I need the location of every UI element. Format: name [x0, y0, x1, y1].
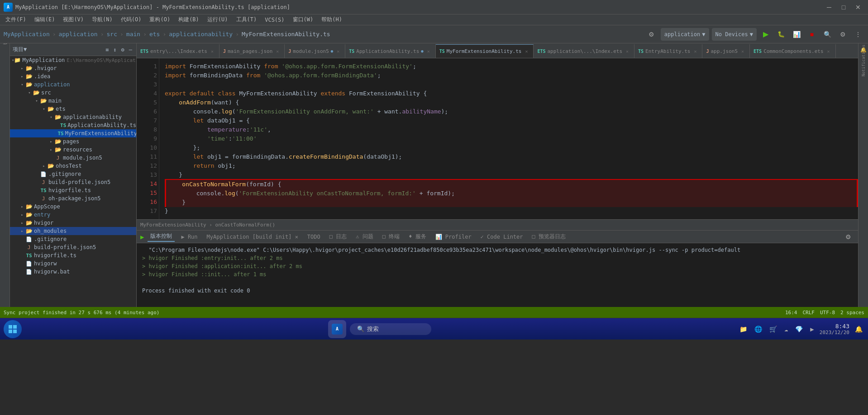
breadcrumb-myapp[interactable]: MyApplication: [4, 31, 50, 38]
run-button[interactable]: ▶: [759, 28, 772, 41]
tab-close-3[interactable]: ✕: [335, 48, 341, 54]
tree-item-gitignore[interactable]: ▸ 📄 .gitignore: [10, 170, 136, 178]
tree-item-application[interactable]: ▾ 📂 application: [10, 80, 136, 89]
editor-area[interactable]: 12345 678910 111213 14 15 16 17 import F…: [137, 58, 858, 219]
search-everywhere-button[interactable]: 🔍: [821, 28, 834, 41]
tab-close-8[interactable]: ✕: [739, 48, 746, 54]
tab-module-json5[interactable]: J module.json5 ● ✕: [285, 44, 345, 58]
menu-file[interactable]: 文件(F): [2, 15, 30, 24]
code-content[interactable]: import FormExtensionAbility from '@ohos.…: [159, 58, 858, 219]
tree-item-hvigor2[interactable]: ▸ 📂 hvigor: [10, 219, 136, 227]
devices-dropdown[interactable]: No Devices ▼: [712, 28, 757, 41]
settings-button[interactable]: ⚙: [645, 28, 658, 41]
run-config[interactable]: application ▼: [661, 28, 709, 41]
tree-item-ohostest[interactable]: ▸ 📂 ohosTest: [10, 162, 136, 170]
tree-item-src[interactable]: ▾ 📂 src: [10, 89, 136, 97]
tab-main-pages[interactable]: J main_pages.json ✕: [219, 44, 285, 58]
tab-close-5[interactable]: ✕: [523, 48, 529, 55]
tree-item-main[interactable]: ▾ 📂 main: [10, 97, 136, 105]
run-tab-service[interactable]: ♦ 服务: [406, 232, 429, 241]
left-sidebar-project[interactable]: 项目: [1, 45, 9, 51]
menu-refactor[interactable]: 重构(O): [146, 15, 174, 24]
tab-close-2[interactable]: ✕: [274, 48, 281, 54]
tree-item-hvigorfile2[interactable]: ▸ TS hvigorfile.ts: [10, 251, 136, 259]
menu-tools[interactable]: 工具(T): [233, 15, 261, 24]
status-encoding[interactable]: UTF-8: [820, 310, 835, 316]
taskbar-terminal-icon[interactable]: ▶: [808, 324, 816, 335]
profile-button[interactable]: 📊: [790, 28, 803, 41]
tree-item-modulejson[interactable]: ▸ J module.json5: [10, 154, 136, 162]
menu-view[interactable]: 视图(V): [59, 15, 87, 24]
tree-item-ohmodules[interactable]: ▸ 📂 oh_modules: [10, 227, 136, 235]
status-indent[interactable]: 2 spaces: [840, 310, 864, 316]
breadcrumb-app[interactable]: application: [59, 31, 98, 38]
minimize-button[interactable]: ─: [823, 3, 835, 12]
run-panel-play-icon[interactable]: ▶: [140, 233, 144, 241]
stop-button[interactable]: ■: [806, 28, 818, 41]
tab-entry-index[interactable]: ETS entry\...\Index.ets ✕: [137, 44, 219, 58]
status-position[interactable]: 16:4: [785, 310, 797, 316]
taskbar-edge-icon[interactable]: 🌐: [753, 324, 764, 335]
tree-item-ets[interactable]: ▾ 📂 ets: [10, 105, 136, 113]
run-panel-settings-btn[interactable]: ⚙: [842, 231, 854, 243]
tab-close-7[interactable]: ✕: [692, 48, 698, 54]
menu-edit[interactable]: 编辑(E): [31, 15, 59, 24]
tree-item-ohpackage[interactable]: ▸ J oh-package.json5: [10, 194, 136, 203]
breadcrumb-applicationability[interactable]: applicationability: [169, 31, 233, 38]
proj-header-icon4[interactable]: —: [128, 46, 134, 54]
tree-item-appability-ts[interactable]: ▸ TS ApplicationAbility.ts: [10, 121, 136, 129]
menu-run[interactable]: 运行(U): [204, 15, 232, 24]
run-tab-problem[interactable]: ⚠ 问题: [353, 232, 376, 241]
tree-item-applicationability[interactable]: ▾ 📂 applicationability: [10, 113, 136, 121]
tree-item-hvigorw[interactable]: ▸ 📄 hvigorw: [10, 259, 136, 268]
breadcrumb-src[interactable]: src: [107, 31, 117, 38]
tab-close-1[interactable]: ✕: [209, 48, 215, 54]
taskbar-store-icon[interactable]: 🛒: [768, 324, 779, 335]
status-crlf[interactable]: CRLF: [802, 310, 815, 316]
settings2-button[interactable]: ⚙: [836, 28, 849, 41]
menu-vcs[interactable]: VCS(S): [261, 16, 288, 24]
tree-item-gitignore2[interactable]: ▸ 📄 .gitignore: [10, 235, 136, 243]
taskbar-notif-icon[interactable]: 🔔: [853, 324, 864, 335]
tab-close-9[interactable]: ✕: [825, 48, 832, 54]
taskbar-search[interactable]: 🔍 搜索: [350, 323, 431, 335]
tree-item-hvigorfile[interactable]: ▸ TS hvigorfile.ts: [10, 186, 136, 194]
run-tab-run[interactable]: ▶ Run: [178, 233, 200, 241]
more-button[interactable]: ⋮: [852, 28, 864, 41]
tab-myform[interactable]: TS MyFormExtensionAbility.ts ✕: [436, 44, 534, 58]
tree-item-hvigorwbat[interactable]: ▸ 📄 hvigorw.bat: [10, 268, 136, 276]
taskbar-cloud-icon[interactable]: ☁: [782, 324, 790, 335]
tree-item-entry[interactable]: ▸ 📂 entry: [10, 211, 136, 219]
run-tab-terminal[interactable]: □ 终端: [380, 232, 402, 241]
close-button[interactable]: ✕: [852, 3, 864, 12]
tree-item-myform-ts[interactable]: ▸ TS MyFormExtensionAbility.ts: [10, 129, 136, 137]
menu-code[interactable]: 代码(O): [117, 15, 145, 24]
maximize-button[interactable]: □: [837, 3, 850, 12]
proj-header-icon3[interactable]: ⚙: [120, 46, 126, 54]
menu-help[interactable]: 帮助(H): [318, 15, 346, 24]
tab-close-6[interactable]: ✕: [624, 48, 630, 54]
tab-app-json5[interactable]: J app.json5 ✕: [702, 44, 750, 58]
proj-header-icon1[interactable]: ≡: [104, 46, 110, 54]
breadcrumb-main[interactable]: main: [126, 31, 140, 38]
taskbar-explorer-icon[interactable]: 📁: [738, 324, 749, 335]
proj-header-icon2[interactable]: ↕: [112, 46, 118, 54]
tab-appability[interactable]: TS ApplicationAbility.ts ● ✕: [345, 44, 436, 58]
tree-item-root[interactable]: ▾ 📁 MyApplication E:\HarmonyOS\MyApplica…: [10, 56, 136, 64]
tab-common-components[interactable]: ETS CommonComponents.ets ✕: [750, 44, 836, 58]
run-tab-log[interactable]: □ 日志: [327, 232, 349, 241]
breadcrumb-ets[interactable]: ets: [149, 31, 160, 38]
taskbar-dev-icon[interactable]: 💎: [793, 324, 805, 335]
tree-item-buildprofile[interactable]: ▸ J build-profile.json5: [10, 178, 136, 186]
run-tab-profiler[interactable]: 📊 Profiler: [433, 233, 474, 241]
tree-item-buildprofile2[interactable]: ▸ J build-profile.json5: [10, 243, 136, 251]
tree-item-idea[interactable]: ▸ 📂 .idea: [10, 72, 136, 80]
debug-button[interactable]: 🐛: [775, 28, 787, 41]
tree-item-resources[interactable]: ▸ 📂 resources: [10, 146, 136, 154]
menu-build[interactable]: 构建(B): [175, 15, 203, 24]
run-tab-todo[interactable]: TODO: [305, 233, 323, 241]
tree-item-pages[interactable]: ▸ 📂 pages: [10, 137, 136, 146]
taskbar-app1[interactable]: A: [328, 320, 346, 338]
tree-item-hvigor[interactable]: ▸ 📂 .hvigor: [10, 64, 136, 72]
tab-close-4[interactable]: ✕: [425, 48, 432, 54]
